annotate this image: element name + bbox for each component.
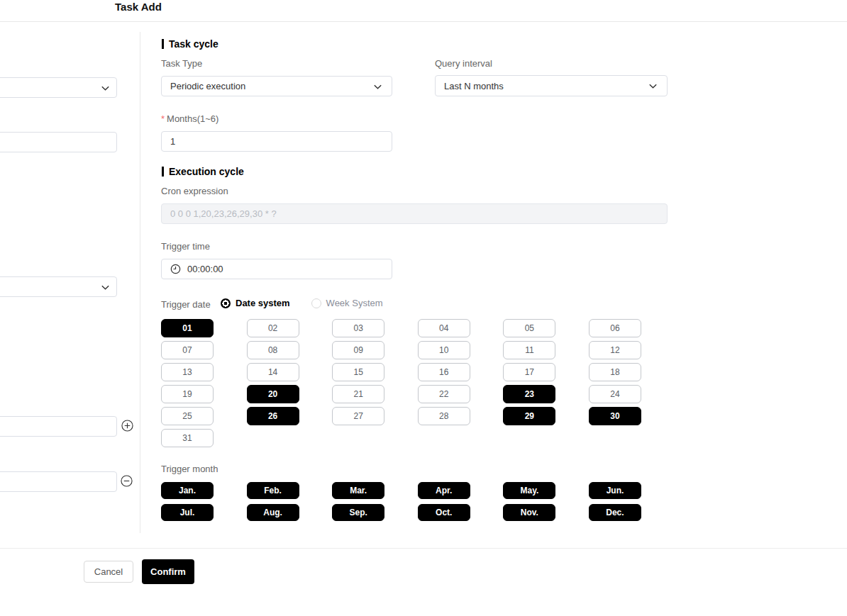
radio-label: Date system <box>236 298 290 308</box>
left-select-1[interactable] <box>0 77 117 98</box>
day-button[interactable]: 14 <box>247 363 299 381</box>
month-button[interactable]: Feb. <box>247 482 299 499</box>
day-button[interactable]: 26 <box>247 407 299 425</box>
section-title: Task cycle <box>169 38 218 50</box>
day-button[interactable]: 19 <box>161 385 214 403</box>
day-button[interactable]: 10 <box>418 341 470 359</box>
months-value: 1 <box>170 136 175 147</box>
day-button[interactable]: 06 <box>589 319 641 337</box>
plus-circle-icon[interactable] <box>121 420 133 432</box>
trigger-time-label: Trigger time <box>161 241 210 252</box>
month-button[interactable]: Jan. <box>161 482 214 499</box>
day-button[interactable]: 20 <box>247 385 299 403</box>
day-button[interactable]: 07 <box>161 341 214 359</box>
trigger-day-grid: 01 02 03 04 05 06 07 08 09 10 11 12 13 1… <box>161 319 641 447</box>
day-button[interactable]: 02 <box>247 319 299 337</box>
day-button[interactable]: 09 <box>332 341 384 359</box>
left-input-1[interactable] <box>0 132 117 152</box>
confirm-button[interactable]: Confirm <box>142 559 194 584</box>
section-title: Execution cycle <box>169 166 244 177</box>
day-button[interactable]: 03 <box>332 319 384 337</box>
trigger-time-input[interactable]: 00:00:00 <box>161 259 392 279</box>
cron-label: Cron expression <box>161 186 228 196</box>
day-button[interactable]: 21 <box>332 385 384 403</box>
day-button[interactable]: 17 <box>503 363 555 381</box>
clock-icon <box>170 264 181 274</box>
left-input-2[interactable] <box>0 416 117 437</box>
month-button[interactable]: Oct. <box>418 504 470 521</box>
day-button[interactable]: 24 <box>589 385 641 403</box>
task-type-select[interactable]: Periodic execution <box>161 76 392 96</box>
day-button[interactable]: 05 <box>503 319 555 337</box>
day-button[interactable]: 08 <box>247 341 299 359</box>
cron-input: 0 0 0 1,20,23,26,29,30 * ? <box>161 203 668 224</box>
day-button[interactable]: 30 <box>589 407 641 425</box>
day-button[interactable]: 29 <box>503 407 555 425</box>
radio-unselected-icon <box>311 298 321 308</box>
day-button[interactable]: 31 <box>161 429 214 447</box>
chevron-down-icon <box>372 82 383 94</box>
day-button[interactable]: 12 <box>589 341 641 359</box>
section-bar <box>162 167 164 177</box>
months-label: *Months(1~6) <box>161 113 218 124</box>
day-button[interactable]: 15 <box>332 363 384 381</box>
radio-week-system[interactable]: Week System <box>311 298 383 308</box>
query-interval-value: Last N months <box>444 81 504 91</box>
left-select-2[interactable] <box>0 276 117 297</box>
chevron-down-icon <box>100 282 111 296</box>
panel-divider <box>140 32 140 533</box>
left-input-3[interactable] <box>0 471 117 492</box>
day-button[interactable]: 25 <box>161 407 214 425</box>
footer-divider <box>0 548 847 549</box>
day-button[interactable]: 22 <box>418 385 470 403</box>
section-bar <box>162 39 164 49</box>
cron-value: 0 0 0 1,20,23,26,29,30 * ? <box>170 208 277 219</box>
months-input[interactable]: 1 <box>161 131 392 152</box>
day-button[interactable]: 11 <box>503 341 555 359</box>
day-button[interactable]: 28 <box>418 407 470 425</box>
month-button[interactable]: Nov. <box>503 504 555 521</box>
day-button[interactable]: 13 <box>161 363 214 381</box>
radio-label: Week System <box>326 298 383 308</box>
section-execution-cycle: Execution cycle <box>162 166 244 177</box>
trigger-time-value: 00:00:00 <box>187 264 223 274</box>
month-button[interactable]: Aug. <box>247 504 299 521</box>
month-button[interactable]: May. <box>503 482 555 499</box>
minus-circle-icon[interactable] <box>121 475 133 487</box>
day-button[interactable]: 23 <box>503 385 555 403</box>
day-button[interactable]: 18 <box>589 363 641 381</box>
month-button[interactable]: Apr. <box>418 482 470 499</box>
month-button[interactable]: Jul. <box>161 504 214 521</box>
day-button[interactable]: 16 <box>418 363 470 381</box>
day-button[interactable]: 04 <box>418 319 470 337</box>
month-button[interactable]: Dec. <box>589 504 641 521</box>
task-type-label: Task Type <box>161 58 202 69</box>
chevron-down-icon <box>100 83 111 96</box>
section-task-cycle: Task cycle <box>162 38 218 50</box>
radio-selected-icon <box>221 298 231 308</box>
page-title: Task Add <box>115 1 162 13</box>
page-header: Task Add <box>0 0 847 22</box>
chevron-down-icon <box>648 81 658 94</box>
trigger-date-radio-group: Date system Week System <box>221 298 383 308</box>
month-button[interactable]: Sep. <box>332 504 384 521</box>
trigger-month-grid: Jan. Feb. Mar. Apr. May. Jun. Jul. Aug. … <box>161 482 641 521</box>
radio-date-system[interactable]: Date system <box>221 298 290 308</box>
required-mark: * <box>161 113 165 124</box>
month-button[interactable]: Jun. <box>589 482 641 499</box>
query-interval-select[interactable]: Last N months <box>435 75 668 96</box>
trigger-month-label: Trigger month <box>161 464 218 474</box>
day-button[interactable]: 27 <box>332 407 384 425</box>
query-interval-label: Query interval <box>435 58 492 69</box>
day-button[interactable]: 01 <box>161 319 214 337</box>
month-button[interactable]: Mar. <box>332 482 384 499</box>
task-type-value: Periodic execution <box>170 81 245 91</box>
cancel-button[interactable]: Cancel <box>84 561 133 583</box>
trigger-date-label: Trigger date <box>161 299 211 310</box>
